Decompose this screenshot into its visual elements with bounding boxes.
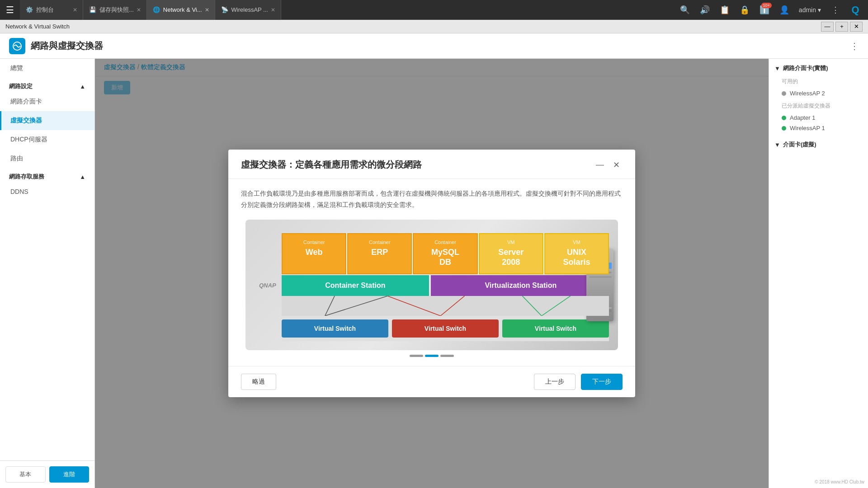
notification-button[interactable]: ℹ️ 10+ — [755, 1, 774, 19]
vm-server2008: VM Server2008 — [479, 233, 543, 274]
sidebar-item-dhcp[interactable]: DHCP伺服器 — [0, 130, 94, 149]
modal-header: 虛擬交換器：定義各種應用需求的微分段網路 — ✕ — [228, 150, 635, 179]
tab-close-network[interactable]: ✕ — [205, 7, 209, 13]
qnap-icon: Q — [846, 1, 864, 19]
chevron-up-icon-2: ▲ — [80, 174, 85, 180]
connections-area — [282, 296, 609, 316]
sidebar-item-ddns[interactable]: DDNS — [0, 183, 94, 201]
main-content: 虛擬交換器 軟體定義交換器 新增 虛擬交換器：定義各種應用需求的微分段網路 — … — [95, 59, 769, 488]
connection-lines-svg — [282, 296, 609, 316]
taskbar: ☰ ⚙️ 控制台 ✕ 💾 儲存與快照... ✕ 🌐 Network & Vi..… — [0, 0, 868, 20]
modal-minimize-button[interactable]: — — [594, 159, 606, 171]
tab-close-wireless[interactable]: ✕ — [271, 7, 275, 13]
app-header: 網路與虛擬交換器 ⋮ — [0, 33, 868, 59]
basic-button[interactable]: 基本 — [5, 466, 46, 483]
chevron-down-icon-2: ▼ — [774, 141, 780, 148]
sidebar-section-network-access[interactable]: 網路存取服務 ▲ — [0, 168, 94, 183]
minimize-button[interactable]: — — [821, 22, 834, 32]
status-dot-adapter1 — [782, 116, 786, 120]
available-label: 可用的 — [774, 76, 863, 88]
app-body: 總覽 網路設定 ▲ 網路介面卡 虛擬交換器 DHCP伺服器 路由 網路存取服務 … — [0, 59, 868, 488]
tab-close-control-panel[interactable]: ✕ — [73, 7, 77, 13]
svg-line-4 — [440, 296, 464, 316]
containers-row: Container Web Container ERP — [282, 233, 609, 274]
right-panel: ▼ 網路介面卡(實體) 可用的 WirelessAP 2 已分派給虛擬交換器 A… — [769, 59, 868, 488]
sidebar-item-network-adapter[interactable]: 網路介面卡 — [0, 92, 94, 111]
virtual-switch-1: Virtual Switch — [282, 319, 388, 338]
svg-line-3 — [387, 296, 440, 316]
sidebar-item-overview[interactable]: 總覽 — [0, 59, 94, 78]
tab-network[interactable]: 🌐 Network & Vi... ✕ — [147, 0, 215, 20]
notification-badge: 10+ — [761, 3, 772, 8]
admin-menu[interactable]: admin ▾ — [795, 6, 825, 14]
control-panel-icon: ⚙️ — [25, 6, 33, 14]
close-window-button[interactable]: ✕ — [850, 22, 863, 32]
tab-control-panel[interactable]: ⚙️ 控制台 ✕ — [20, 0, 83, 20]
svg-line-6 — [542, 296, 571, 316]
sidebar-section-network-settings[interactable]: 網路設定 ▲ — [0, 78, 94, 92]
right-panel-network-adapters: ▼ 網路介面卡(實體) 可用的 WirelessAP 2 已分派給虛擬交換器 A… — [774, 64, 863, 133]
scroll-dots — [241, 355, 623, 357]
taskbar-right: 🔍 🔊 📋 🔒 ℹ️ 10+ 👤 admin ▾ ⋮ Q — [676, 1, 868, 19]
window-titlebar: Network & Virtual Switch — + ✕ — [0, 20, 868, 33]
status-dot-wireless2 — [782, 91, 786, 96]
virtual-switch-2: Virtual Switch — [392, 319, 499, 338]
right-panel-title-virtual[interactable]: ▼ 介面卡(虛擬) — [774, 141, 863, 149]
prev-button[interactable]: 上一步 — [534, 374, 576, 390]
modal-body: 混合工作負載環境乃是由多種應用服務部署而成，包含運行在虛擬機與傳統伺服器上的各項… — [228, 179, 635, 366]
status-dot-wireless1 — [782, 126, 786, 131]
vm-unix-solaris: VM UNIXSolaris — [544, 233, 609, 274]
storage-icon: 💾 — [89, 6, 97, 14]
lock-button[interactable]: 🔒 — [736, 1, 754, 19]
adapter-wireless2: WirelessAP 2 — [774, 88, 863, 99]
modal-description: 混合工作負載環境乃是由多種應用服務部署而成，包含運行在虛擬機與傳統伺服器上的各項… — [241, 188, 623, 211]
modal-dialog: 虛擬交換器：定義各種應用需求的微分段網路 — ✕ 混合工作負載環境乃是由多種應用… — [228, 150, 635, 398]
skip-button[interactable]: 略過 — [241, 374, 276, 390]
sidebar-item-routing[interactable]: 路由 — [0, 149, 94, 168]
qnap-label: QNAP — [259, 282, 276, 288]
assigned-label: 已分派給虛擬交換器 — [774, 99, 863, 113]
more-menu-button[interactable]: ⋮ — [826, 1, 844, 19]
sidebar-item-virtual-switch[interactable]: 虛擬交換器 — [0, 111, 94, 130]
container-mysql: Container MySQLDB — [413, 233, 477, 274]
app-header-right: ⋮ — [850, 41, 859, 52]
modal-close-button[interactable]: ✕ — [610, 159, 623, 171]
tab-wireless[interactable]: 📡 WirelessAP ... ✕ — [215, 0, 281, 20]
chevron-up-icon: ▲ — [80, 83, 85, 90]
next-button[interactable]: 下一步 — [581, 374, 623, 390]
search-button[interactable]: 🔍 — [676, 1, 694, 19]
menu-button[interactable]: ☰ — [0, 0, 20, 20]
adapter-wireless1: WirelessAP 1 — [774, 123, 863, 133]
nav-buttons: 上一步 下一步 — [534, 374, 623, 390]
svg-line-5 — [522, 296, 542, 316]
svg-line-2 — [325, 296, 387, 316]
vswitch-row: Virtual Switch Virtual Switch Virtual Sw… — [282, 316, 609, 341]
footer: © 2018 www.HD Club.tw — [815, 479, 864, 484]
container-erp: Container ERP — [347, 233, 412, 274]
modal-footer: 略過 上一步 下一步 — [228, 366, 635, 397]
adapter-1: Adapter 1 — [774, 113, 863, 123]
maximize-button[interactable]: + — [835, 22, 848, 32]
platform-row: Container Station Virtualization Station — [282, 275, 609, 296]
container-web: Container Web — [282, 233, 346, 274]
right-panel-virtual-adapters: ▼ 介面卡(虛擬) — [774, 141, 863, 149]
wireless-icon: 📡 — [221, 6, 229, 14]
window-title: Network & Virtual Switch — [5, 23, 821, 30]
user-button[interactable]: 👤 — [775, 1, 793, 19]
advanced-button[interactable]: 進階 — [49, 466, 90, 483]
network-icon: 🌐 — [152, 6, 160, 14]
modal-overlay: 虛擬交換器：定義各種應用需求的微分段網路 — ✕ 混合工作負載環境乃是由多種應用… — [95, 59, 769, 488]
tab-close-storage[interactable]: ✕ — [137, 7, 141, 13]
tab-storage[interactable]: 💾 儲存與快照... ✕ — [83, 0, 147, 20]
diagram-container: QNAP — [245, 220, 618, 350]
sidebar: 總覽 網路設定 ▲ 網路介面卡 虛擬交換器 DHCP伺服器 路由 網路存取服務 … — [0, 59, 95, 488]
volume-button[interactable]: 🔊 — [696, 1, 714, 19]
tasks-button[interactable]: 📋 — [716, 1, 734, 19]
diagram-inner: Container Web Container ERP — [282, 233, 609, 341]
app-name: 網路與虛擬交換器 — [31, 40, 103, 52]
svg-line-1 — [325, 296, 335, 316]
app-more-button[interactable]: ⋮ — [850, 41, 859, 51]
right-panel-title-adapters[interactable]: ▼ 網路介面卡(實體) — [774, 64, 863, 72]
container-station-platform: Container Station — [282, 275, 429, 296]
app-logo — [9, 38, 25, 54]
